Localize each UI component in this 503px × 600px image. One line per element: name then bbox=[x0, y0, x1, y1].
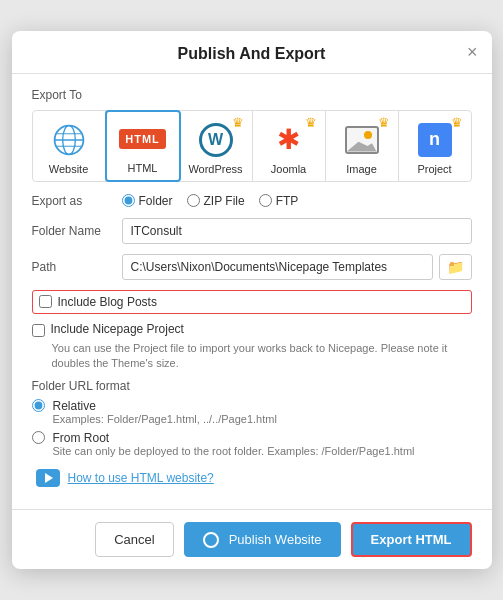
image-crown-icon: ♛ bbox=[378, 115, 390, 130]
export-icon-wordpress[interactable]: ♛ W WordPress bbox=[180, 111, 253, 181]
export-icon-website[interactable]: Website bbox=[33, 111, 106, 181]
how-to-row: How to use HTML website? bbox=[32, 469, 472, 487]
url-format-relative[interactable] bbox=[32, 399, 45, 412]
folder-name-content bbox=[122, 218, 472, 244]
path-input[interactable] bbox=[122, 254, 433, 280]
export-to-label: Export To bbox=[32, 88, 472, 102]
include-blog-posts-label: Include Blog Posts bbox=[58, 295, 157, 309]
html-badge: HTML bbox=[119, 129, 166, 149]
project-crown-icon: ♛ bbox=[451, 115, 463, 130]
project-icon-label: Project bbox=[417, 163, 451, 175]
export-icon-image[interactable]: ♛ Image bbox=[326, 111, 399, 181]
project-icon: n bbox=[416, 121, 454, 159]
play-icon bbox=[45, 473, 53, 483]
export-as-ftp[interactable]: FTP bbox=[259, 194, 299, 208]
publish-website-button[interactable]: Publish Website bbox=[184, 522, 341, 557]
export-as-label: Export as bbox=[32, 194, 122, 208]
folder-url-format-label: Folder URL format bbox=[32, 379, 472, 393]
url-format-relative-radio[interactable] bbox=[32, 399, 45, 412]
dialog-body: Export To Website bbox=[12, 74, 492, 510]
dialog-footer: Cancel Publish Website Export HTML bbox=[12, 509, 492, 569]
close-button[interactable]: × bbox=[467, 43, 478, 61]
url-format-rows: Relative Examples: Folder/Page1.html, ..… bbox=[32, 399, 472, 457]
publish-export-dialog: Publish And Export × Export To bbox=[12, 31, 492, 570]
folder-name-row: Folder Name bbox=[32, 218, 472, 244]
browse-folder-button[interactable]: 📁 bbox=[439, 254, 472, 280]
wordpress-icon-label: WordPress bbox=[188, 163, 242, 175]
joomla-icon-label: Joomla bbox=[271, 163, 306, 175]
export-as-zip-label: ZIP File bbox=[204, 194, 245, 208]
dialog-title: Publish And Export bbox=[178, 45, 326, 62]
export-to-section: Export To Website bbox=[32, 88, 472, 182]
export-as-folder-radio[interactable] bbox=[122, 194, 135, 207]
url-format-fromroot[interactable] bbox=[32, 431, 45, 444]
include-nicepage-project-row: Include Nicepage Project bbox=[32, 322, 472, 337]
url-format-fromroot-title: From Root bbox=[53, 431, 472, 445]
export-icon-html[interactable]: HTML HTML bbox=[105, 110, 181, 182]
export-as-ftp-label: FTP bbox=[276, 194, 299, 208]
url-format-fromroot-radio[interactable] bbox=[32, 431, 45, 444]
export-icons-row: Website HTML HTML ♛ W WordPress bbox=[32, 110, 472, 182]
include-blog-posts-checkbox[interactable] bbox=[39, 295, 52, 308]
joomla-crown-icon: ♛ bbox=[305, 115, 317, 130]
html-icon: HTML bbox=[124, 120, 162, 158]
export-as-folder[interactable]: Folder bbox=[122, 194, 173, 208]
url-format-fromroot-row: From Root Site can only be deployed to t… bbox=[32, 431, 472, 457]
image-icon bbox=[343, 121, 381, 159]
export-icon-joomla[interactable]: ♛ ✱ Joomla bbox=[253, 111, 326, 181]
export-as-options: Folder ZIP File FTP bbox=[122, 194, 472, 208]
export-as-zip[interactable]: ZIP File bbox=[187, 194, 245, 208]
cancel-button[interactable]: Cancel bbox=[95, 522, 173, 557]
include-blog-posts-row: Include Blog Posts bbox=[32, 290, 472, 314]
path-row: Path 📁 bbox=[32, 254, 472, 280]
path-content: 📁 bbox=[122, 254, 472, 280]
include-nicepage-project-desc: You can use the Project file to import y… bbox=[52, 341, 472, 372]
publish-globe-icon bbox=[203, 532, 219, 548]
export-icon-project[interactable]: ♛ n Project bbox=[399, 111, 471, 181]
joomla-icon: ✱ bbox=[270, 121, 308, 159]
url-format-fromroot-example: Site can only be deployed to the root fo… bbox=[53, 445, 472, 457]
export-as-ftp-radio[interactable] bbox=[259, 194, 272, 207]
path-label: Path bbox=[32, 260, 122, 274]
export-html-button[interactable]: Export HTML bbox=[351, 522, 472, 557]
image-icon-label: Image bbox=[346, 163, 377, 175]
dialog-header: Publish And Export × bbox=[12, 31, 492, 74]
wordpress-crown-icon: ♛ bbox=[232, 115, 244, 130]
export-as-folder-label: Folder bbox=[139, 194, 173, 208]
globe-icon bbox=[50, 121, 88, 159]
website-icon-label: Website bbox=[49, 163, 89, 175]
export-as-row: Export as Folder ZIP File FTP bbox=[32, 194, 472, 208]
how-to-link[interactable]: How to use HTML website? bbox=[68, 471, 214, 485]
video-icon bbox=[36, 469, 60, 487]
html-icon-label: HTML bbox=[128, 162, 158, 174]
wordpress-icon: W bbox=[197, 121, 235, 159]
url-format-relative-example: Examples: Folder/Page1.html, ../../Page1… bbox=[53, 413, 472, 425]
url-format-fromroot-text: From Root Site can only be deployed to t… bbox=[53, 431, 472, 457]
url-format-relative-title: Relative bbox=[53, 399, 472, 413]
include-nicepage-project-label: Include Nicepage Project bbox=[51, 322, 184, 336]
folder-name-input[interactable] bbox=[122, 218, 472, 244]
url-format-relative-row: Relative Examples: Folder/Page1.html, ..… bbox=[32, 399, 472, 425]
url-format-relative-text: Relative Examples: Folder/Page1.html, ..… bbox=[53, 399, 472, 425]
folder-name-label: Folder Name bbox=[32, 224, 122, 238]
include-nicepage-project-checkbox[interactable] bbox=[32, 324, 45, 337]
folder-url-format-section: Folder URL format Relative Examples: Fol… bbox=[32, 379, 472, 457]
publish-website-label: Publish Website bbox=[229, 532, 322, 547]
export-as-zip-radio[interactable] bbox=[187, 194, 200, 207]
